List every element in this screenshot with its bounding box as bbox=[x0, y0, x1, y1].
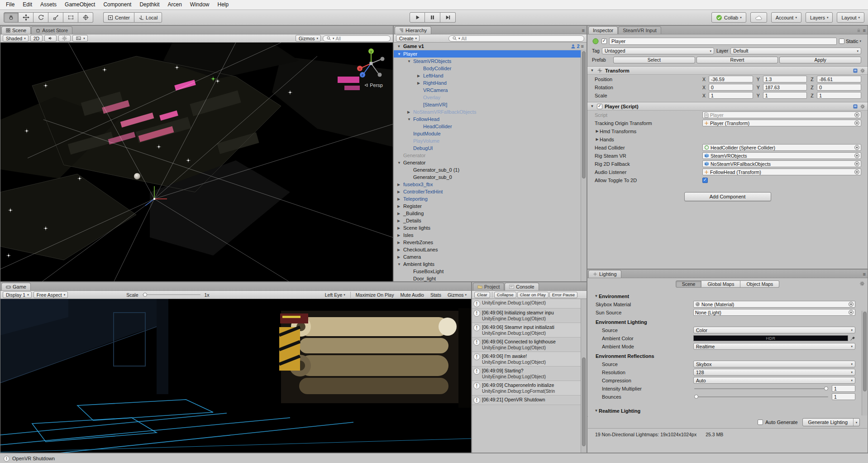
console-entry[interactable]: ! [06:49:09] Starting? UnityEngine.Debug… bbox=[472, 367, 581, 381]
tab-global-maps[interactable]: Global Maps bbox=[701, 280, 740, 288]
help-book-icon[interactable] bbox=[853, 104, 858, 109]
foldout-arrow[interactable] bbox=[397, 241, 403, 245]
console-scrollbar[interactable] bbox=[581, 299, 587, 453]
hierarchy-item[interactable]: HeadCollider bbox=[394, 123, 587, 130]
console-entry[interactable]: ! [06:49:21] OpenVR Shutdown bbox=[472, 395, 581, 405]
hierarchy-item[interactable]: RightHand bbox=[394, 79, 587, 87]
help-book-icon[interactable] bbox=[853, 68, 858, 73]
panel-menu-icon[interactable]: ≡ bbox=[863, 28, 866, 33]
pivot-center-button[interactable]: Center bbox=[103, 12, 134, 23]
hierarchy-item[interactable]: Overlay bbox=[394, 94, 587, 101]
object-picker-icon[interactable] bbox=[854, 145, 859, 150]
hierarchy-item[interactable]: Generator_sub_0 (1) bbox=[394, 166, 587, 174]
menu-item[interactable]: File bbox=[2, 0, 19, 10]
scrollbar-thumb[interactable] bbox=[582, 51, 586, 178]
hands-foldout[interactable]: ▶ Hands bbox=[587, 135, 868, 143]
object-picker-icon[interactable] bbox=[854, 161, 859, 166]
hierarchy-item[interactable]: Door_light bbox=[394, 275, 587, 281]
scale-tool-button[interactable] bbox=[48, 12, 63, 23]
scene-menu-icon[interactable]: ≡ bbox=[581, 44, 584, 49]
hierarchy-item[interactable]: Isles bbox=[394, 232, 587, 239]
tab-inspector[interactable]: Inspector bbox=[588, 26, 618, 34]
bounces-slider[interactable] bbox=[693, 393, 829, 400]
hierarchy-item[interactable]: _Building bbox=[394, 210, 587, 217]
object-picker-icon[interactable] bbox=[854, 153, 859, 158]
player-script-header[interactable]: ▼ ✓ Player (Script) bbox=[587, 102, 868, 111]
status-bar[interactable]: ! OpenVR Shutdown bbox=[0, 453, 868, 463]
hierarchy-item[interactable]: FollowHead bbox=[394, 116, 587, 123]
tab-object-maps[interactable]: Object Maps bbox=[740, 280, 779, 288]
audio-listener-object-field[interactable]: FollowHead (Transform) bbox=[702, 169, 861, 175]
foldout-arrow[interactable]: ▼ bbox=[590, 104, 595, 108]
component-enabled-checkbox[interactable]: ✓ bbox=[597, 104, 602, 109]
foldout-arrow[interactable]: ▶ bbox=[595, 137, 600, 141]
rotate-tool-button[interactable] bbox=[33, 12, 48, 23]
menu-item[interactable]: GameObject bbox=[61, 0, 99, 10]
hierarchy-item[interactable]: Player bbox=[394, 50, 587, 58]
hierarchy-item[interactable]: ReverbZones bbox=[394, 239, 587, 246]
foldout-arrow[interactable] bbox=[397, 233, 403, 237]
scrollbar-thumb[interactable] bbox=[863, 312, 867, 391]
auto-generate-toggle[interactable]: Auto Generate bbox=[758, 420, 798, 425]
auto-generate-checkbox[interactable] bbox=[758, 420, 763, 425]
clear-on-play-toggle[interactable]: Clear on Play bbox=[517, 292, 548, 298]
gameobject-name-input[interactable]: Player bbox=[609, 38, 837, 45]
lighting-scrollbar[interactable] bbox=[862, 311, 868, 415]
move-tool-button[interactable] bbox=[19, 12, 33, 23]
hierarchy-item[interactable]: [SteamVR] bbox=[394, 101, 587, 108]
space-local-button[interactable]: Local bbox=[134, 12, 162, 23]
game-scale-slider[interactable] bbox=[143, 292, 200, 298]
hierarchy-item[interactable]: Camera bbox=[394, 253, 587, 260]
mute-audio-toggle[interactable]: Mute Audio bbox=[398, 292, 426, 298]
foldout-arrow[interactable]: ▼ bbox=[590, 68, 595, 72]
env-lighting-source-dropdown[interactable]: Color▾ bbox=[693, 327, 855, 333]
eye-mode-dropdown[interactable]: Left Eye▾ bbox=[323, 292, 348, 298]
menu-item[interactable]: Window bbox=[186, 0, 214, 10]
layers-dropdown[interactable]: Layers ▾ bbox=[806, 12, 833, 23]
foldout-arrow[interactable] bbox=[417, 81, 423, 85]
gear-icon[interactable] bbox=[860, 104, 865, 109]
foldout-arrow[interactable] bbox=[397, 248, 403, 252]
foldout-arrow[interactable] bbox=[397, 161, 403, 165]
prefab-revert-button[interactable]: Revert bbox=[696, 57, 778, 63]
hierarchy-item[interactable]: BodyCollider bbox=[394, 65, 587, 72]
hierarchy-item[interactable]: InputModule bbox=[394, 130, 587, 137]
reflections-source-dropdown[interactable]: Skybox▾ bbox=[693, 361, 855, 367]
hierarchy-item[interactable]: SteamVRObjects bbox=[394, 58, 587, 65]
hierarchy-item[interactable]: _Details bbox=[394, 217, 587, 224]
foldout-arrow[interactable]: ▶ bbox=[595, 129, 600, 133]
panel-menu-icon[interactable]: ≡ bbox=[582, 28, 585, 33]
foldout-arrow[interactable] bbox=[397, 212, 403, 216]
hierarchy-item[interactable]: Teleporting bbox=[394, 195, 587, 203]
foldout-arrow[interactable]: ▼ bbox=[594, 409, 599, 413]
toggle-2d-button[interactable]: 2D bbox=[30, 35, 43, 42]
hierarchy-item[interactable]: fusebox3_fbx bbox=[394, 181, 587, 188]
hierarchy-item[interactable]: PlayVolume bbox=[394, 137, 587, 145]
cloud-button[interactable] bbox=[750, 12, 767, 23]
lock-icon[interactable] bbox=[856, 28, 861, 33]
hierarchy-item[interactable]: Generator bbox=[394, 152, 587, 159]
compression-dropdown[interactable]: Auto▾ bbox=[693, 377, 855, 384]
shading-mode-dropdown[interactable]: Shaded ▾ bbox=[3, 35, 29, 42]
game-render-viewport[interactable] bbox=[0, 299, 471, 453]
x-value-input[interactable]: 0 bbox=[709, 84, 753, 91]
tab-lighting[interactable]: Lighting bbox=[588, 270, 621, 278]
z-value-input[interactable]: -86.61 bbox=[817, 76, 861, 82]
foldout-arrow[interactable]: ▼ bbox=[396, 44, 401, 48]
active-checkbox[interactable]: ✓ bbox=[601, 39, 607, 44]
hierarchy-item[interactable]: Register bbox=[394, 203, 587, 210]
script-object-field[interactable]: Player bbox=[702, 111, 861, 118]
console-entry[interactable]: ! [06:49:06] Connected to lighthouse Uni… bbox=[472, 338, 581, 352]
foldout-arrow[interactable] bbox=[397, 190, 403, 194]
scrollbar-thumb[interactable] bbox=[582, 357, 586, 447]
x-value-input[interactable]: 1 bbox=[709, 92, 753, 99]
slider-knob[interactable] bbox=[143, 293, 147, 297]
hierarchy-item[interactable]: Generator bbox=[394, 159, 587, 166]
error-pause-toggle[interactable]: Error Pause bbox=[549, 292, 578, 298]
rect-tool-button[interactable] bbox=[63, 12, 78, 23]
foldout-arrow[interactable] bbox=[397, 262, 403, 266]
x-value-input[interactable]: -36.59 bbox=[709, 76, 753, 82]
transform-tool-button[interactable] bbox=[78, 12, 93, 23]
y-value-input[interactable]: 1.3 bbox=[763, 76, 807, 82]
z-value-input[interactable]: 0 bbox=[817, 84, 861, 91]
